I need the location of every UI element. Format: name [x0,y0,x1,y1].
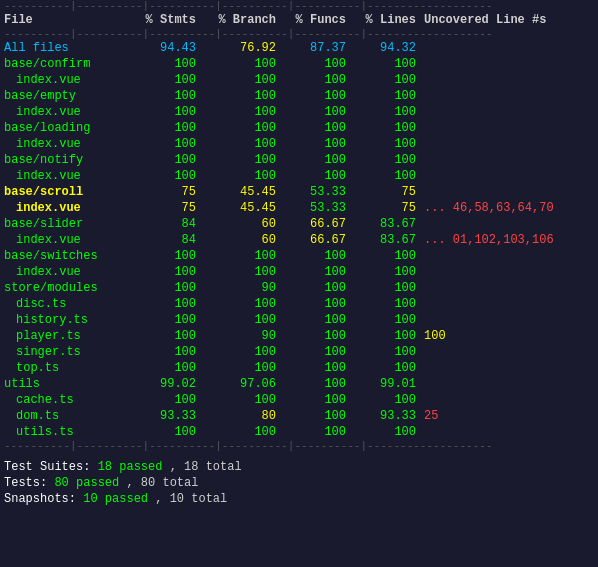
cell-lines: 100 [350,136,420,152]
tests-line: Tests: 80 passed , 80 total [4,476,594,490]
cell-uncovered [420,56,598,72]
cell-stmts: 84 [130,232,200,248]
col-funcs: % Funcs [280,12,350,28]
cell-lines: 100 [350,56,420,72]
cell-stmts: 100 [130,120,200,136]
cell-file: All files [0,40,130,56]
cell-branch: 100 [200,424,280,440]
cell-branch: 100 [200,296,280,312]
cell-stmts: 100 [130,168,200,184]
cell-lines: 100 [350,120,420,136]
cell-uncovered [420,264,598,280]
cell-lines: 100 [350,392,420,408]
cell-branch: 97.06 [200,376,280,392]
table-row: base/slider846066.6783.67 [0,216,598,232]
cell-stmts: 100 [130,312,200,328]
cell-file: base/switches [0,248,130,264]
cell-uncovered [420,168,598,184]
table-row: dom.ts93.338010093.3325 [0,408,598,424]
cell-funcs: 100 [280,104,350,120]
cell-branch: 100 [200,72,280,88]
cell-lines: 100 [350,72,420,88]
table-row: index.vue100100100100 [0,104,598,120]
cell-stmts: 100 [130,264,200,280]
cell-uncovered [420,216,598,232]
cell-stmts: 93.33 [130,408,200,424]
cell-uncovered [420,280,598,296]
cell-funcs: 100 [280,248,350,264]
cell-file: cache.ts [0,392,130,408]
cell-lines: 100 [350,424,420,440]
col-file: File [0,12,130,28]
cell-uncovered [420,104,598,120]
table-row: cache.ts100100100100 [0,392,598,408]
cell-uncovered [420,152,598,168]
cell-branch: 100 [200,120,280,136]
cell-uncovered [420,72,598,88]
cell-stmts: 100 [130,136,200,152]
table-row: index.vue100100100100 [0,72,598,88]
table-row: base/confirm100100100100 [0,56,598,72]
suites-label: Test Suites: [4,460,90,474]
cell-uncovered: ... 46,58,63,64,70 [420,200,598,216]
table-row: store/modules10090100100 [0,280,598,296]
table-row: utils99.0297.0610099.01 [0,376,598,392]
cell-file: base/empty [0,88,130,104]
cell-lines: 100 [350,280,420,296]
cell-stmts: 100 [130,424,200,440]
header-divider: ----------|----------|----------|-------… [0,28,598,40]
cell-file: index.vue [0,264,130,280]
tests-pass: 80 passed [54,476,119,490]
cell-branch: 60 [200,232,280,248]
col-uncovered: Uncovered Line #s [420,12,598,28]
cell-funcs: 100 [280,360,350,376]
cell-file: player.ts [0,328,130,344]
cell-file: base/notify [0,152,130,168]
cell-stmts: 100 [130,296,200,312]
cell-lines: 100 [350,296,420,312]
table-row: base/scroll7545.4553.3375 [0,184,598,200]
cell-branch: 90 [200,280,280,296]
cell-branch: 100 [200,392,280,408]
cell-stmts: 100 [130,152,200,168]
cell-stmts: 94.43 [130,40,200,56]
cell-branch: 90 [200,328,280,344]
cell-branch: 45.45 [200,184,280,200]
table-row: base/empty100100100100 [0,88,598,104]
cell-file: utils.ts [0,424,130,440]
col-stmts: % Stmts [130,12,200,28]
cell-uncovered [420,136,598,152]
cell-file: index.vue [0,72,130,88]
cell-stmts: 100 [130,248,200,264]
coverage-table: File % Stmts % Branch % Funcs % Lines Un… [0,12,598,452]
table-row: top.ts100100100100 [0,360,598,376]
cell-lines: 83.67 [350,232,420,248]
cell-lines: 75 [350,184,420,200]
cell-stmts: 100 [130,344,200,360]
cell-lines: 100 [350,248,420,264]
cell-file: base/scroll [0,184,130,200]
table-row: base/switches100100100100 [0,248,598,264]
suites-total: 18 total [184,460,242,474]
suites-pass: 18 passed [98,460,163,474]
cell-lines: 100 [350,104,420,120]
table-row: index.vue100100100100 [0,264,598,280]
cell-funcs: 100 [280,280,350,296]
snapshots-total: 10 total [170,492,228,506]
cell-stmts: 75 [130,200,200,216]
cell-stmts: 100 [130,88,200,104]
cell-funcs: 100 [280,152,350,168]
snapshots-line: Snapshots: 10 passed , 10 total [4,492,594,506]
cell-uncovered [420,40,598,56]
cell-file: top.ts [0,360,130,376]
cell-lines: 100 [350,328,420,344]
cell-branch: 100 [200,248,280,264]
cell-funcs: 100 [280,56,350,72]
cell-funcs: 100 [280,344,350,360]
cell-funcs: 87.37 [280,40,350,56]
table-row: index.vue100100100100 [0,136,598,152]
table-row: index.vue7545.4553.3375... 46,58,63,64,7… [0,200,598,216]
cell-uncovered [420,376,598,392]
cell-uncovered [420,312,598,328]
cell-branch: 100 [200,344,280,360]
